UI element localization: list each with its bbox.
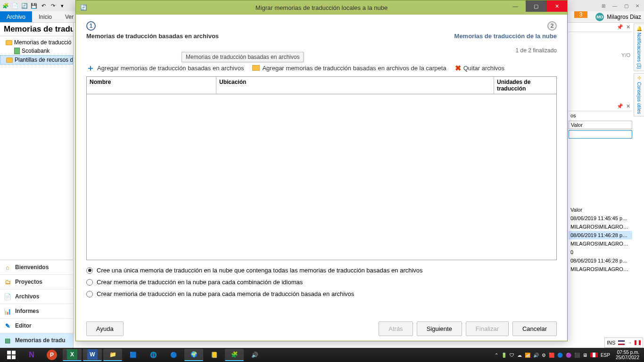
next-button[interactable]: Siguiente (417, 321, 462, 336)
qat-dropdown-icon[interactable]: ▾ (58, 2, 66, 9)
col-header-units[interactable]: Unidades de traducción (494, 77, 556, 94)
tray-icon[interactable]: 🔵 (557, 353, 563, 358)
pencil-icon: ✎ (4, 322, 11, 329)
prop-row: 08/06/2019 11:46:28 p… (569, 256, 632, 265)
taskbar-app-icon[interactable]: 🟦 (124, 349, 142, 361)
prop-row: 08/06/2019 11:45:45 p… (569, 214, 632, 222)
tray-icon[interactable]: 🛡 (510, 353, 514, 358)
tm-db-icon (14, 48, 20, 54)
main-close-icon[interactable]: ✕ (632, 1, 643, 10)
tm-files-grid[interactable]: Nombre Ubicación Unidades de traducción (86, 76, 557, 260)
windows-taskbar[interactable]: N P X W 📁 🟦 🌐 🔵 🌍 📒 🧩 🔊 ⌃ 🔋 🛡 ☁ 📶 🔊 ⚙ 🟥 … (0, 348, 644, 362)
add-file-based-tm-button[interactable]: ＋ Agregar memorias de traducción basadas… (86, 62, 244, 74)
start-button[interactable] (2, 349, 21, 361)
valor-input[interactable] (569, 130, 632, 139)
tray-icon[interactable]: 🟣 (566, 353, 571, 358)
folder-plus-icon (252, 65, 260, 71)
side-tab-tips[interactable]: ✢ Consejos útiles (634, 73, 644, 116)
save-icon[interactable]: 💾 (30, 2, 38, 9)
taskbar-app-icon[interactable]: 🔵 (164, 349, 183, 361)
tray-chevron-icon[interactable]: ⌃ (495, 353, 498, 358)
tree-label: Plantillas de recursos d (15, 57, 73, 63)
taskbar-clock[interactable]: 07:55 p.m. 25/07/2022 (613, 350, 642, 360)
nav-tm[interactable]: ▤ Memorias de tradu (0, 333, 73, 348)
pe-flag-icon[interactable] (635, 340, 641, 345)
ribbon-tab-file[interactable]: Archivo (0, 11, 32, 22)
tree-root-templates[interactable]: Plantillas de recursos d (0, 55, 73, 65)
x-icon: ✖ (455, 64, 461, 73)
taskbar-excel-icon[interactable]: X (63, 349, 82, 361)
taskbar-globe-icon[interactable]: 🌐 (144, 349, 163, 361)
tray-icon[interactable]: ⬛ (574, 353, 580, 358)
tray-icon[interactable]: 🟥 (549, 353, 554, 358)
user-info[interactable]: MD Milagros Diaz (595, 11, 641, 23)
taskbar-onenote-icon[interactable]: N (22, 349, 41, 361)
action-label: Agregar memorias de traducción basadas e… (97, 65, 244, 72)
nav-editor[interactable]: ✎ Editor (0, 319, 73, 333)
main-minimize-icon[interactable]: — (609, 1, 620, 10)
tray-icon[interactable]: ⚙ (542, 353, 546, 358)
tray-icon[interactable]: ☁ (517, 353, 522, 358)
us-flag-icon[interactable] (618, 340, 624, 345)
dialog-title-label: Migrar memorias de traducción locales a … (256, 4, 388, 11)
redo-icon[interactable]: ↷ (49, 2, 57, 9)
step-number-badge: 2 (547, 21, 557, 31)
tray-icon[interactable]: 🔋 (501, 353, 507, 358)
system-tray[interactable]: ⌃ 🔋 🛡 ☁ 📶 🔊 ⚙ 🟥 🔵 🟣 ⬛ 🖥 ESP 07:55 p.m. 2… (495, 350, 642, 360)
pin-icon[interactable]: 📌 (617, 103, 623, 109)
side-tabs: 🔔 Notificaciones (3) ✢ Consejos útiles (634, 24, 644, 116)
tree-root-tm[interactable]: Memorias de traducció (0, 38, 73, 47)
home-icon: ⌂ (4, 263, 11, 271)
briefcase-icon: 🗂 (4, 278, 11, 286)
ribbon-tab-home[interactable]: Inicio (32, 11, 58, 22)
radio-option-per-file[interactable]: Crear memoria de traducción en la nube p… (86, 290, 557, 297)
add-folder-tm-button[interactable]: Agregar memorias de traducción basadas e… (252, 65, 446, 72)
ribbon-tab-number[interactable]: 3 (574, 11, 587, 18)
back-button: Atrás (379, 321, 413, 336)
dialog-close-button[interactable]: ✕ (546, 0, 567, 12)
taskbar-volume-icon[interactable]: 🔊 (245, 349, 264, 361)
nav-label: Proyectos (15, 279, 42, 285)
side-tab-notifications[interactable]: 🔔 Notificaciones (3) (634, 24, 644, 71)
taskbar-explorer-icon[interactable]: 📁 (103, 349, 122, 361)
col-header-name[interactable]: Nombre (87, 77, 216, 94)
dialog-minimize-button[interactable]: — (505, 0, 526, 12)
tray-icon[interactable]: 🔊 (533, 353, 539, 358)
nav-projects[interactable]: 🗂 Proyectos (0, 275, 73, 289)
main-maximize-icon[interactable]: ▢ (620, 1, 632, 10)
prop-row[interactable]: 08/06/2019 11:46:28 p… (569, 231, 632, 239)
remove-files-button[interactable]: ✖ Quitar archivos (455, 64, 504, 73)
nav-files[interactable]: 📄 Archivos (0, 289, 73, 304)
qat-icon-2[interactable]: 🔄 (21, 2, 28, 9)
undo-icon[interactable]: ↶ (40, 2, 47, 9)
close-panel-icon[interactable]: ✕ (626, 103, 630, 109)
taskbar-notes-icon[interactable]: 📒 (205, 349, 223, 361)
taskbar-trados-icon[interactable]: 🧩 (225, 349, 244, 361)
col-header-location[interactable]: Ubicación (216, 77, 494, 94)
panel-pin-row-2: 📌 ✕ (569, 102, 632, 111)
dialog-maximize-button[interactable]: ▢ (526, 0, 546, 12)
nav-welcome[interactable]: ⌂ Bienvenidos (0, 260, 73, 275)
main-new-window-icon[interactable]: ⊞ (598, 1, 609, 10)
radio-option-single-tm[interactable]: Cree una única memoria de traducción en … (86, 267, 557, 274)
cancel-button[interactable]: Cancelar (512, 321, 557, 336)
help-button[interactable]: Ayuda (86, 321, 124, 336)
tray-flag-icon[interactable] (590, 353, 598, 357)
taskbar-powerpoint-icon[interactable]: P (42, 349, 61, 361)
tray-icon[interactable]: 🖥 (583, 353, 587, 358)
pin-icon[interactable]: 📌 (617, 24, 623, 30)
taskbar-word-icon[interactable]: W (83, 349, 102, 361)
prop-row: MILAGROS\MILAGRO… (569, 222, 632, 231)
dialog-titlebar[interactable]: 🔄 Migrar memorias de traducción locales … (76, 0, 567, 15)
radio-option-per-langpair[interactable]: Crear memoria de traducción en la nube p… (86, 279, 557, 286)
tray-lang-label[interactable]: ESP (601, 353, 610, 358)
close-panel-icon[interactable]: ✕ (626, 24, 630, 30)
flag-arrow-icon: → (627, 340, 632, 345)
radio-label: Cree una única memoria de traducción en … (97, 267, 423, 274)
nav-reports[interactable]: 📊 Informes (0, 304, 73, 319)
qat-icon-1[interactable]: 📄 (11, 2, 19, 9)
tree-child-scotiabank[interactable]: Scotiabank (0, 47, 73, 55)
taskbar-chrome-icon[interactable]: 🌍 (184, 349, 203, 361)
tray-icon[interactable]: 📶 (525, 353, 530, 358)
valor-header-cell: Valor (569, 121, 632, 129)
